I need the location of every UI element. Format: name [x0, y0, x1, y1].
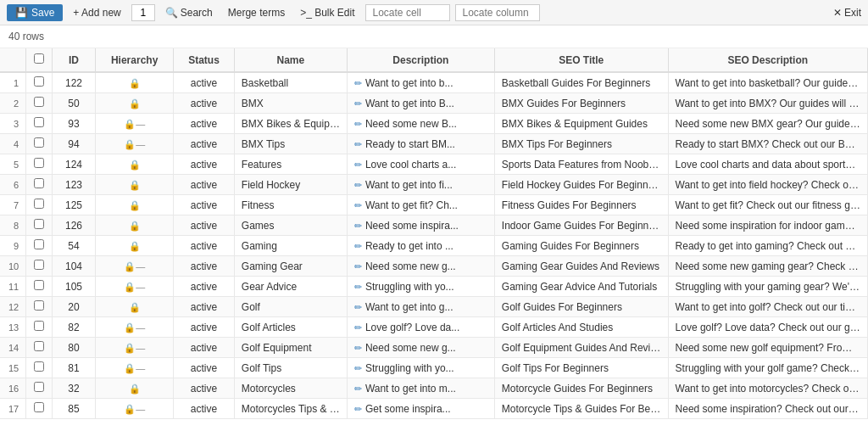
row-number: 2	[0, 93, 26, 114]
row-checkbox[interactable]	[34, 117, 44, 127]
row-hierarchy: 🔒	[96, 216, 174, 236]
row-checkbox[interactable]	[34, 76, 44, 87]
edit-icon[interactable]: ✏	[354, 383, 362, 394]
row-number: 8	[0, 216, 26, 236]
row-checkbox-cell	[26, 317, 53, 338]
row-checkbox[interactable]	[34, 97, 44, 107]
row-checkbox[interactable]	[34, 137, 44, 148]
row-status: active	[174, 134, 235, 154]
row-checkbox[interactable]	[34, 280, 44, 290]
row-seo-description: Want to get into golf? Check out our tip…	[668, 297, 867, 317]
row-status: active	[174, 358, 235, 378]
row-name: Golf Equipment	[234, 338, 347, 358]
row-checkbox[interactable]	[34, 178, 44, 188]
table-row: 1480🔒—activeGolf Equipment✏Need some new…	[0, 338, 868, 358]
merge-terms-button[interactable]: Merge terms	[223, 5, 290, 20]
row-seo-title: BMX Guides For Beginners	[494, 93, 668, 114]
edit-icon[interactable]: ✏	[354, 261, 362, 271]
add-new-button[interactable]: + Add new	[68, 5, 125, 20]
row-hierarchy: 🔒	[96, 154, 174, 175]
row-checkbox[interactable]	[34, 239, 44, 249]
edit-icon[interactable]: ✏	[354, 221, 362, 231]
row-description: ✏Love cool charts a...	[347, 154, 494, 175]
row-description: ✏Need some inspira...	[347, 216, 494, 236]
row-hierarchy: 🔒	[96, 195, 174, 216]
row-checkbox[interactable]	[34, 402, 44, 412]
row-checkbox[interactable]	[34, 199, 44, 209]
table-row: 8126🔒activeGames✏Need some inspira...Ind…	[0, 216, 868, 236]
col-header-seo-title[interactable]: SEO Title	[494, 48, 668, 72]
row-name: Motorcycles Tips & Guid...	[234, 399, 347, 419]
row-description: ✏Need some new g...	[347, 338, 494, 358]
row-description: ✏Want to get fit? Ch...	[347, 195, 494, 216]
row-seo-title: Motorcycle Tips & Guides For Beginners	[494, 399, 668, 419]
locate-column-input[interactable]	[455, 4, 540, 21]
page-number-input[interactable]	[131, 4, 155, 21]
save-button[interactable]: 💾 Save	[7, 4, 63, 21]
edit-icon[interactable]: ✏	[354, 282, 362, 292]
row-number: 17	[0, 399, 26, 419]
edit-icon[interactable]: ✏	[354, 322, 362, 333]
edit-icon[interactable]: ✏	[354, 98, 362, 109]
col-header-seo-description[interactable]: SEO Description	[668, 48, 867, 72]
col-header-status[interactable]: Status	[174, 48, 235, 72]
lock-dash-icon: 🔒—	[124, 322, 145, 333]
table-row: 1632🔒activeMotorcycles✏Want to get into …	[0, 378, 868, 399]
row-seo-title: BMX Tips For Beginners	[494, 134, 668, 154]
edit-icon[interactable]: ✏	[354, 404, 362, 414]
exit-button[interactable]: ✕ Exit	[833, 7, 861, 19]
data-table: ID Hierarchy Status Name Description SEO…	[0, 48, 868, 419]
row-checkbox[interactable]	[34, 341, 44, 351]
row-name: BMX	[234, 93, 347, 114]
row-description: ✏Get some inspira...	[347, 399, 494, 419]
row-status: active	[174, 399, 235, 419]
row-checkbox[interactable]	[34, 300, 44, 311]
toolbar: 💾 Save + Add new 🔍 Search Merge terms >_…	[0, 0, 868, 25]
edit-icon[interactable]: ✏	[354, 363, 362, 373]
row-checkbox[interactable]	[34, 260, 44, 270]
col-header-id[interactable]: ID	[52, 48, 95, 72]
edit-icon[interactable]: ✏	[354, 241, 362, 251]
row-checkbox[interactable]	[34, 158, 44, 168]
select-all-checkbox[interactable]	[34, 53, 44, 64]
locate-cell-input[interactable]	[365, 4, 450, 21]
col-header-description[interactable]: Description	[347, 48, 494, 72]
row-seo-description: Want to get into motorcycles? Check out …	[668, 378, 867, 399]
row-number: 5	[0, 154, 26, 175]
row-hierarchy: 🔒	[96, 175, 174, 195]
data-table-container[interactable]: ID Hierarchy Status Name Description SEO…	[0, 48, 868, 422]
row-seo-description: Want to get into BMX? Our guides will te…	[668, 93, 867, 114]
row-name: Golf	[234, 297, 347, 317]
edit-icon[interactable]: ✏	[354, 160, 362, 170]
row-id: 124	[52, 154, 95, 175]
row-checkbox[interactable]	[34, 321, 44, 331]
edit-icon[interactable]: ✏	[354, 139, 362, 149]
row-checkbox[interactable]	[34, 219, 44, 229]
row-checkbox[interactable]	[34, 361, 44, 372]
row-number: 7	[0, 195, 26, 216]
edit-icon[interactable]: ✏	[354, 119, 362, 129]
row-name: Games	[234, 216, 347, 236]
bulk-edit-button[interactable]: >_ Bulk Edit	[295, 5, 359, 20]
row-status: active	[174, 297, 235, 317]
edit-icon[interactable]: ✏	[354, 343, 362, 353]
row-description: ✏Want to get into m...	[347, 378, 494, 399]
col-header-hierarchy[interactable]: Hierarchy	[96, 48, 174, 72]
row-id: 94	[52, 134, 95, 154]
row-description: ✏Struggling with yo...	[347, 277, 494, 297]
row-checkbox[interactable]	[34, 382, 44, 392]
search-button[interactable]: 🔍 Search	[160, 5, 218, 20]
row-id: 122	[52, 72, 95, 93]
table-row: 1581🔒—activeGolf Tips✏Struggling with yo…	[0, 358, 868, 378]
row-checkbox-cell	[26, 297, 53, 317]
lock-icon: 🔒	[129, 98, 141, 109]
table-row: 1220🔒activeGolf✏Want to get into g...Gol…	[0, 297, 868, 317]
row-number: 11	[0, 277, 26, 297]
row-seo-description: Struggling with your gaming gear? We've …	[668, 277, 867, 297]
col-header-name[interactable]: Name	[234, 48, 347, 72]
edit-icon[interactable]: ✏	[354, 78, 362, 88]
edit-icon[interactable]: ✏	[354, 302, 362, 312]
row-seo-description: Need some inspiration? Check out our gui…	[668, 399, 867, 419]
edit-icon[interactable]: ✏	[354, 200, 362, 210]
edit-icon[interactable]: ✏	[354, 180, 362, 190]
